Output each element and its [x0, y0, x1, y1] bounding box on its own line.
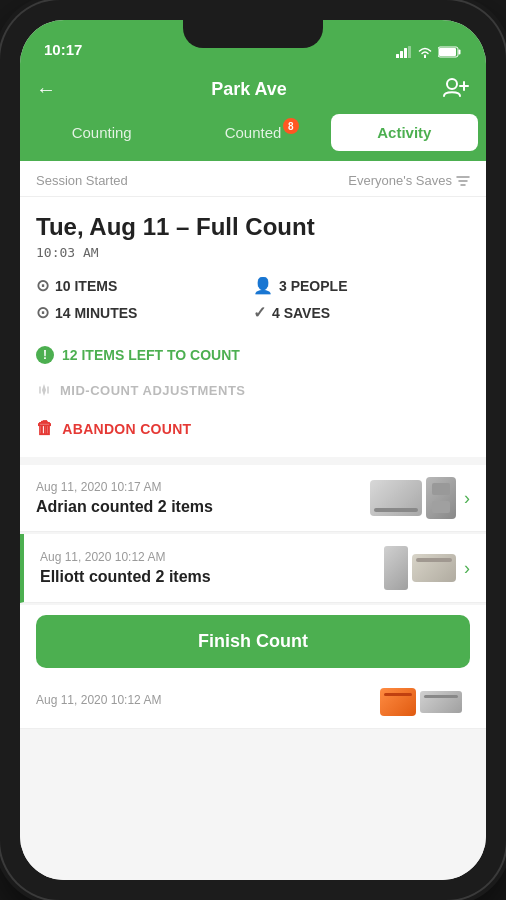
abandon-count-button[interactable]: 🗑 ABANDON COUNT — [36, 408, 470, 449]
activity-desc-2: Elliott counted 2 items — [40, 568, 384, 586]
stat-minutes: ⊙ 14 MINUTES — [36, 303, 253, 322]
session-time: 10:03 AM — [36, 245, 470, 260]
item-thumbnail-orange — [380, 688, 416, 716]
item-thumbnail-drive2 — [412, 554, 456, 582]
status-icons — [396, 46, 462, 58]
trash-icon: 🗑 — [36, 418, 54, 439]
items-left-alert[interactable]: ! 12 ITEMS LEFT TO COUNT — [36, 338, 470, 372]
scroll-content: Session Started Everyone's Saves Tue, Au… — [20, 161, 486, 880]
svg-rect-2 — [404, 48, 407, 58]
add-person-button[interactable] — [442, 76, 470, 103]
session-date: Tue, Aug 11 – Full Count — [36, 213, 470, 241]
section-session: Session Started Everyone's Saves Tue, Au… — [20, 161, 486, 457]
session-started-label: Session Started — [36, 173, 128, 188]
item-thumbnail-drive — [370, 480, 422, 516]
chevron-right-icon-1: › — [464, 488, 470, 509]
activity-item-peek[interactable]: Aug 11, 2020 10:12 AM — [20, 676, 486, 729]
filter-icon — [456, 175, 470, 187]
item-thumbnail-flat — [420, 691, 462, 713]
alert-dot-icon: ! — [36, 346, 54, 364]
nav-bar: ← Park Ave — [20, 64, 486, 114]
back-button[interactable]: ← — [36, 78, 56, 101]
item-thumbnail-slim — [384, 546, 408, 590]
nav-title: Park Ave — [211, 79, 287, 100]
people-icon: 👤 — [253, 276, 273, 295]
mid-count-adjustments[interactable]: MID-COUNT ADJUSTMENTS — [36, 372, 470, 408]
activity-images-2 — [384, 546, 456, 590]
status-time: 10:17 — [44, 41, 82, 58]
tab-counted[interactable]: Counted 8 — [179, 114, 326, 151]
wifi-icon — [417, 46, 433, 58]
item-thumbnail-tower — [426, 477, 456, 519]
peek-date: Aug 11, 2020 10:12 AM — [36, 693, 380, 707]
svg-point-7 — [447, 79, 457, 89]
session-info: Tue, Aug 11 – Full Count 10:03 AM ⊙ 10 I… — [20, 197, 486, 457]
battery-icon — [438, 46, 462, 58]
svg-rect-1 — [400, 51, 403, 58]
activity-item-1[interactable]: Aug 11, 2020 10:17 AM Adrian counted 2 i… — [20, 465, 486, 532]
activity-images-1 — [370, 477, 456, 519]
layers-icon: ⊙ — [36, 276, 49, 295]
tab-activity[interactable]: Activity — [331, 114, 478, 151]
check-icon: ✓ — [253, 303, 266, 322]
chevron-right-icon-2: › — [464, 558, 470, 579]
tab-counting[interactable]: Counting — [28, 114, 175, 151]
stats-grid: ⊙ 10 ITEMS 👤 3 PEOPLE ⊙ 14 MINUTES — [36, 276, 470, 322]
finish-button-container: Finish Count — [20, 605, 486, 676]
signal-icon — [396, 46, 412, 58]
activity-item-2[interactable]: Aug 11, 2020 10:12 AM Elliott counted 2 … — [20, 534, 486, 603]
counted-badge: 8 — [283, 118, 299, 134]
activity-date-1: Aug 11, 2020 10:17 AM — [36, 480, 370, 494]
stat-items: ⊙ 10 ITEMS — [36, 276, 253, 295]
activity-desc-1: Adrian counted 2 items — [36, 498, 370, 516]
svg-rect-0 — [396, 54, 399, 58]
adjustments-icon — [36, 382, 52, 398]
stat-saves: ✓ 4 SAVES — [253, 303, 470, 322]
add-person-icon — [442, 76, 470, 98]
clock-icon: ⊙ — [36, 303, 49, 322]
filter-label: Everyone's Saves — [348, 173, 470, 188]
svg-rect-5 — [459, 50, 461, 55]
session-header: Session Started Everyone's Saves — [20, 161, 486, 197]
tabs-bar: Counting Counted 8 Activity — [20, 114, 486, 161]
activity-date-2: Aug 11, 2020 10:12 AM — [40, 550, 384, 564]
finish-count-button[interactable]: Finish Count — [36, 615, 470, 668]
svg-rect-3 — [408, 46, 411, 58]
svg-rect-6 — [439, 48, 456, 56]
peek-images — [380, 688, 462, 716]
stat-people: 👤 3 PEOPLE — [253, 276, 470, 295]
